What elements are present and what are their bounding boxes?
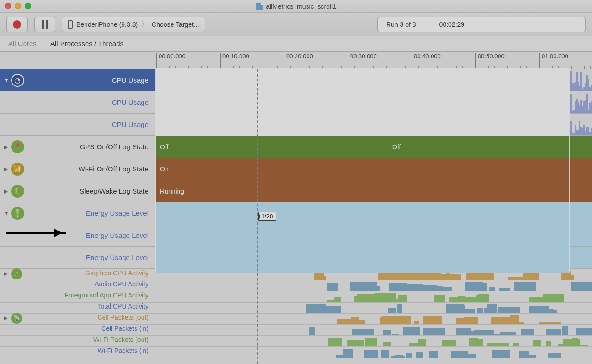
ruler-tick: 00:40.000 bbox=[412, 53, 441, 70]
minitrack-label: Wi-Fi Packets (out) bbox=[0, 336, 156, 346]
target-device-label: BenderiPhone (9.3.3) bbox=[76, 21, 138, 28]
strategy-tabs: All Cores All Processes / Threads bbox=[0, 36, 592, 52]
moon-icon: ☾ bbox=[11, 185, 24, 198]
tab-all-processes[interactable]: All Processes / Threads bbox=[50, 40, 123, 48]
minitrack-label: Cell Packets (in) bbox=[0, 325, 156, 335]
state-bar: OffOff bbox=[156, 136, 592, 158]
ruler-tick: 00:10.000 bbox=[220, 53, 249, 70]
ruler-tick: 00:20.000 bbox=[284, 53, 313, 70]
record-icon bbox=[13, 20, 21, 29]
window-titlebar: allMetrics_music_scroll1 bbox=[0, 0, 592, 13]
track-label: CPU Usage bbox=[112, 121, 148, 128]
track-label: Energy Usage Level bbox=[86, 254, 148, 261]
disclosure-right-icon[interactable]: ▶ bbox=[4, 144, 8, 150]
state-bar: On bbox=[156, 158, 592, 180]
window-title-text: allMetrics_music_scroll1 bbox=[266, 3, 336, 10]
zoom-icon[interactable] bbox=[25, 3, 31, 9]
minitrack-label: Cell Packets (out)▶📡 bbox=[0, 314, 156, 324]
track-label: Energy Usage Level bbox=[86, 231, 148, 239]
chevron-right-icon: 〉 bbox=[142, 20, 148, 29]
cpu-gauge-icon: ◔ bbox=[11, 74, 24, 87]
network-icon: 📡 bbox=[11, 313, 22, 324]
ruler-tick: 00:00.000 bbox=[156, 53, 185, 70]
minitrack[interactable]: Cell Packets (in) bbox=[0, 324, 592, 335]
minitrack-label: Audio CPU Activity bbox=[0, 280, 156, 291]
minitrack[interactable]: Cell Packets (out)▶📡 bbox=[0, 313, 592, 324]
target-process-label: Choose Target... bbox=[152, 21, 199, 28]
target-selector[interactable]: BenderiPhone (9.3.3) 〉 Choose Target... bbox=[62, 17, 205, 32]
track-wifi[interactable]: ▶ 📶 Wi-Fi On/Off Log State On bbox=[0, 158, 592, 180]
disclosure-right-icon[interactable]: ▶ bbox=[4, 271, 7, 277]
track-gps[interactable]: ▶ 📍 GPS On/Off Log State OffOff bbox=[0, 136, 592, 158]
track-sleepwake[interactable]: ▶ ☾ Sleep/Wake Log State Running bbox=[0, 180, 592, 202]
location-icon: 📍 bbox=[11, 140, 24, 153]
minitrack-label: Wi-Fi Packets (in) bbox=[0, 347, 156, 358]
minitrack-label: Foreground App CPU Activity bbox=[0, 291, 156, 302]
minitrack[interactable]: Total CPU Activity bbox=[0, 302, 592, 313]
run-time-label: 00:02:29 bbox=[439, 21, 465, 28]
record-button[interactable] bbox=[6, 17, 28, 32]
disclosure-down-icon[interactable]: ▼ bbox=[4, 210, 9, 217]
minitrack-label: Total CPU Activity bbox=[0, 303, 156, 313]
minitrack[interactable]: Wi-Fi Packets (in) bbox=[0, 346, 592, 358]
minimize-icon[interactable] bbox=[15, 3, 21, 9]
pause-button[interactable] bbox=[34, 17, 56, 32]
timeline-ruler[interactable]: 00:00.00000:10.00000:20.00000:30.00000:4… bbox=[0, 52, 592, 69]
track-label: Energy Usage Level bbox=[86, 209, 148, 217]
track-label: CPU Usage bbox=[112, 76, 148, 84]
track-label: Wi-Fi On/Off Log State bbox=[79, 165, 148, 173]
value-popup: 1/20 bbox=[258, 212, 276, 221]
ruler-tick: 00:50.000 bbox=[475, 53, 505, 70]
run-index-label: Run 3 of 3 bbox=[386, 21, 416, 28]
toolbar: BenderiPhone (9.3.3) 〉 Choose Target... … bbox=[0, 13, 592, 36]
minitrack-label: Graphics CPU Activity▶⎍ bbox=[0, 269, 156, 280]
minitrack[interactable]: Audio CPU Activity bbox=[0, 280, 592, 291]
traffic-lights bbox=[5, 3, 31, 9]
run-status-box[interactable]: Run 3 of 3 00:02:29 bbox=[377, 17, 586, 32]
disclosure-right-icon[interactable]: ▶ bbox=[4, 315, 7, 321]
tab-all-cores[interactable]: All Cores bbox=[8, 40, 37, 48]
track-label: Sleep/Wake Log State bbox=[80, 187, 148, 195]
close-icon[interactable] bbox=[5, 3, 11, 9]
arrow-annotation bbox=[6, 232, 66, 234]
window-title: allMetrics_music_scroll1 bbox=[256, 3, 336, 10]
track-label: CPU Usage bbox=[112, 98, 148, 106]
device-icon bbox=[68, 20, 73, 29]
track-label: GPS On/Off Log State bbox=[80, 143, 148, 151]
wifi-icon: 📶 bbox=[11, 163, 24, 176]
disclosure-down-icon[interactable]: ▼ bbox=[4, 77, 9, 84]
ruler-tick: 01:00.000 bbox=[539, 53, 568, 70]
disclosure-right-icon[interactable]: ▶ bbox=[4, 188, 8, 194]
document-icon bbox=[256, 3, 263, 10]
minitrack[interactable]: Foreground App CPU Activity bbox=[0, 291, 592, 302]
disclosure-right-icon[interactable]: ▶ bbox=[4, 166, 8, 172]
pause-icon bbox=[42, 20, 48, 29]
ruler-tick: 00:30.000 bbox=[348, 53, 377, 70]
battery-icon: 🔋 bbox=[11, 207, 24, 220]
minitrack[interactable]: Wi-Fi Packets (out) bbox=[0, 335, 592, 346]
state-bar: Running bbox=[156, 180, 592, 202]
activity-icon: ⎍ bbox=[11, 268, 22, 279]
